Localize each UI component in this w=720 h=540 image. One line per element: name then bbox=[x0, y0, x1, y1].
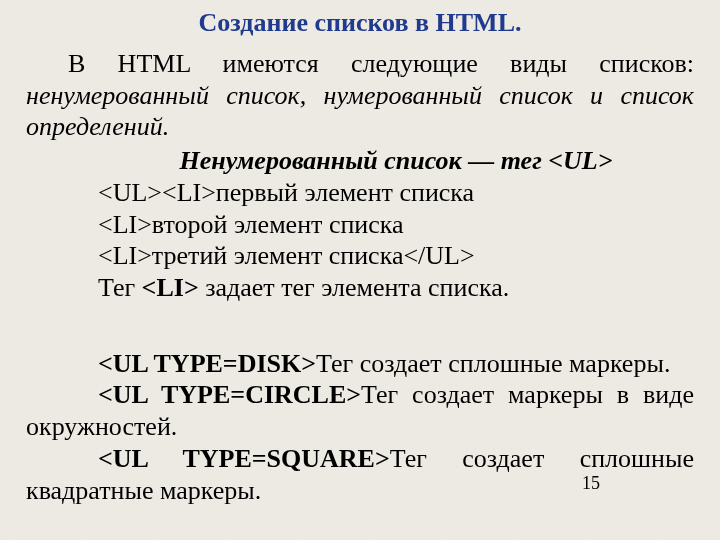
disk-text: Тег создает сплошные маркеры. bbox=[316, 349, 670, 378]
square-tag-bold: <UL TYPE=SQUARE> bbox=[98, 444, 390, 473]
disk-tag-bold: <UL TYPE=DISK> bbox=[98, 349, 316, 378]
page-title: Создание списков в HTML. bbox=[26, 8, 694, 38]
li-tag-bold: <LI> bbox=[142, 273, 199, 302]
circle-tag-bold: <UL TYPE=CIRCLE> bbox=[98, 380, 361, 409]
code-example: <UL><LI>первый элемент списка <LI>второй… bbox=[98, 177, 694, 272]
intro-paragraph: В HTML имеются следующие виды списков: н… bbox=[26, 48, 694, 143]
li-desc-pre: Тег bbox=[98, 273, 142, 302]
page-number: 15 bbox=[582, 473, 600, 494]
circle-paragraph: <UL TYPE=CIRCLE>Тег создает маркеры в ви… bbox=[26, 379, 694, 442]
document-page: Создание списков в HTML. В HTML имеются … bbox=[0, 0, 720, 506]
intro-italic: ненумерованный список, нумерованный спис… bbox=[26, 81, 694, 142]
disk-paragraph: <UL TYPE=DISK>Тег создает сплошные марке… bbox=[26, 348, 694, 380]
li-tag-description: Тег <LI> задает тег элемента списка. bbox=[98, 272, 694, 304]
section-subhead: Ненумерованный список — тег <UL> bbox=[26, 145, 694, 177]
code-line-2: <LI>второй элемент списка bbox=[98, 209, 694, 241]
code-line-1: <UL><LI>первый элемент списка bbox=[98, 177, 694, 209]
intro-plain: В HTML имеются следующие виды списков: bbox=[68, 49, 694, 78]
spacer bbox=[26, 330, 694, 348]
body-text: В HTML имеются следующие виды списков: н… bbox=[26, 48, 694, 506]
li-desc-post: задает тег элемента списка. bbox=[199, 273, 510, 302]
code-line-3: <LI>третий элемент списка</UL> bbox=[98, 240, 694, 272]
